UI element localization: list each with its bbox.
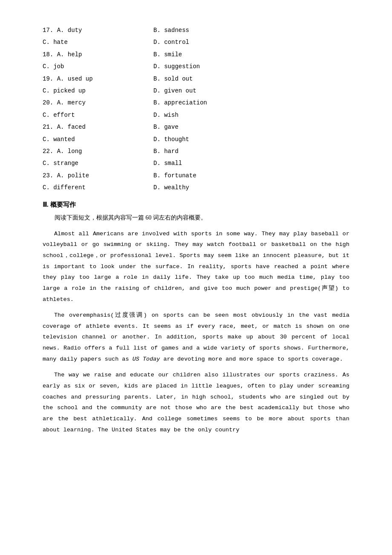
passage-p2-text2: are devoting more and more space to spor… xyxy=(160,356,343,362)
vocab-22-c: C. strange xyxy=(43,159,153,168)
vocab-19-d: D. given out xyxy=(153,86,349,95)
vocab-19-c: C. picked up xyxy=(43,86,153,95)
passage-paragraph-1: Almost all Americans are involved with s… xyxy=(43,228,349,305)
vocab-22-d: D. small xyxy=(153,159,349,168)
vocab-23-d: D. wealthy xyxy=(153,183,349,192)
vocab-18-c: C. job xyxy=(43,62,153,71)
passage-p2-text1: The overemphasis(过度强调) on sports can be … xyxy=(43,312,349,362)
vocab-20-ab: 20. A. mercy xyxy=(43,98,153,107)
passage-paragraph-3: The way we raise and educate our childre… xyxy=(43,370,349,435)
vocab-item-19-cd: C. picked up D. given out xyxy=(43,86,349,95)
vocab-21-a: A. faced xyxy=(57,124,86,130)
vocab-18-a: A. help xyxy=(57,51,82,58)
section3-instruction: 阅读下面短文，根据其内容写一篇 60 词左右的内容概要。 xyxy=(43,212,349,223)
vocab-item-17-cd: C. hate D. control xyxy=(43,38,349,47)
vocab-19-ab: 19. A. used up xyxy=(43,74,153,84)
vocab-17-b: B. sadness xyxy=(153,26,349,35)
vocab-item-18: 18. A. help B. smile xyxy=(43,50,349,59)
vocab-19-b: B. sold out xyxy=(153,74,349,84)
vocab-18-number: 18. xyxy=(43,51,53,58)
vocab-item-20-cd: C. effort D. wish xyxy=(43,110,349,120)
vocab-20-a: A. mercy xyxy=(57,99,86,106)
vocab-23-c: C. different xyxy=(43,183,153,192)
vocab-21-d: D. thought xyxy=(153,135,349,144)
vocab-21-number: 21. xyxy=(43,124,53,130)
vocab-21-ab: 21. A. faced xyxy=(43,122,153,132)
vocab-item-21: 21. A. faced B. gave xyxy=(43,122,349,132)
vocab-section: 17. A. duty B. sadness C. hate D. contro… xyxy=(43,26,349,192)
vocab-17-a: A. duty xyxy=(57,27,82,34)
vocab-item-17: 17. A. duty B. sadness xyxy=(43,26,349,35)
vocab-17-c: C. hate xyxy=(43,38,153,47)
vocab-18-d: D. suggestion xyxy=(153,62,349,71)
vocab-23-ab: 23. A. polite xyxy=(43,171,153,180)
section3-header: Ⅲ. 概要写作 xyxy=(43,201,349,209)
vocab-23-number: 23. xyxy=(43,172,53,179)
passage-paragraph-2: The overemphasis(过度强调) on sports can be … xyxy=(43,310,349,364)
vocab-21-b: B. gave xyxy=(153,122,349,132)
vocab-22-ab: 22. A. long xyxy=(43,147,153,156)
vocab-20-b: B. appreciation xyxy=(153,98,349,107)
vocab-item-22-cd: C. strange D. small xyxy=(43,159,349,168)
vocab-20-number: 20. xyxy=(43,99,53,106)
vocab-item-20: 20. A. mercy B. appreciation xyxy=(43,98,349,107)
vocab-23-b: B. fortunate xyxy=(153,171,349,180)
vocab-20-d: D. wish xyxy=(153,110,349,120)
vocab-item-23: 23. A. polite B. fortunate xyxy=(43,171,349,180)
vocab-21-c: C. wanted xyxy=(43,135,153,144)
vocab-22-b: B. hard xyxy=(153,147,349,156)
vocab-19-a: A. used up xyxy=(57,75,93,82)
vocab-item-22: 22. A. long B. hard xyxy=(43,147,349,156)
vocab-22-number: 22. xyxy=(43,148,53,155)
vocab-23-a: A. polite xyxy=(57,172,89,179)
vocab-item-18-cd: C. job D. suggestion xyxy=(43,62,349,71)
vocab-17-number: 17. xyxy=(43,27,53,34)
vocab-item-19: 19. A. used up B. sold out xyxy=(43,74,349,84)
vocab-18-ab: 18. A. help xyxy=(43,50,153,59)
vocab-item-23-cd: C. different D. wealthy xyxy=(43,183,349,192)
vocab-20-c: C. effort xyxy=(43,110,153,120)
vocab-18-b: B. smile xyxy=(153,50,349,59)
vocab-22-a: A. long xyxy=(57,148,82,155)
vocab-17-ab: 17. A. duty xyxy=(43,26,153,35)
vocab-item-21-cd: C. wanted D. thought xyxy=(43,135,349,144)
passage-p2-italic: US Today xyxy=(133,356,160,362)
vocab-19-number: 19. xyxy=(43,75,53,82)
vocab-17-d: D. control xyxy=(153,38,349,47)
